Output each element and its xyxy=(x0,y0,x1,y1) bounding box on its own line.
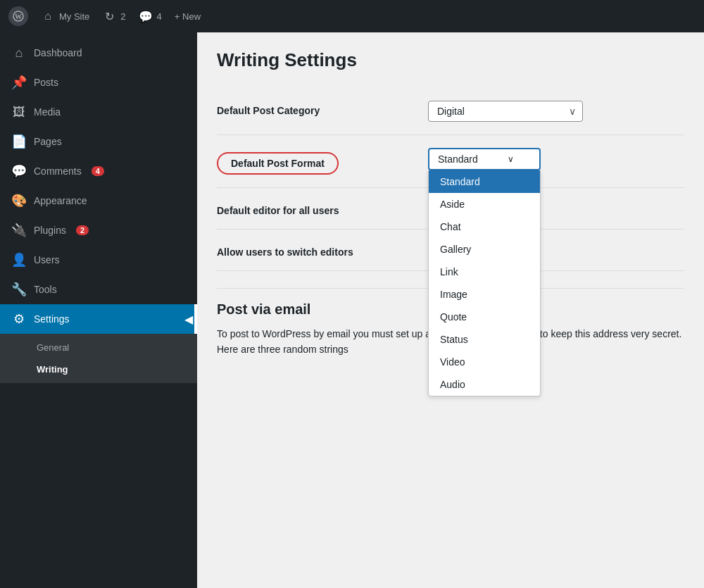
settings-section: Default Post Category Uncategorized Digi… xyxy=(217,88,684,271)
wp-logo[interactable]: W xyxy=(8,6,28,26)
sidebar-label-pages: Pages xyxy=(34,136,62,147)
sidebar-label-dashboard: Dashboard xyxy=(34,47,82,58)
sidebar-item-settings[interactable]: ⚙ Settings ◀ xyxy=(0,304,197,334)
default-post-format-control: Standard ∨ Standard Aside Chat Gallery L… xyxy=(428,148,684,170)
media-icon: 🖼 xyxy=(11,104,27,120)
sidebar-item-plugins[interactable]: 🔌 Plugins 2 xyxy=(0,215,197,245)
sidebar-item-dashboard[interactable]: ⌂ Dashboard xyxy=(0,38,197,68)
comments-link[interactable]: 💬 4 xyxy=(139,9,162,23)
dropdown-option-video[interactable]: Video xyxy=(429,351,540,373)
dropdown-option-status[interactable]: Status xyxy=(429,328,540,351)
category-select-wrapper: Uncategorized Digital News Technology ∨ xyxy=(428,101,583,122)
post-format-dropdown-wrapper: Standard ∨ Standard Aside Chat Gallery L… xyxy=(428,148,541,170)
sidebar-item-tools[interactable]: 🔧 Tools xyxy=(0,275,197,304)
default-post-category-row: Default Post Category Uncategorized Digi… xyxy=(217,88,684,135)
sidebar-item-users[interactable]: 👤 Users xyxy=(0,245,197,275)
post-format-chevron: ∨ xyxy=(508,154,514,164)
comments-icon: 💬 xyxy=(139,9,153,23)
layout: ⌂ Dashboard 📌 Posts 🖼 Media 📄 Pages 💬 Co… xyxy=(0,32,704,588)
comments-count: 4 xyxy=(157,11,162,22)
users-icon: 👤 xyxy=(11,252,27,268)
home-icon: ⌂ xyxy=(41,9,55,23)
updates-link[interactable]: ↻ 2 xyxy=(102,9,125,23)
updates-count: 2 xyxy=(120,11,125,22)
new-content-link[interactable]: + New xyxy=(175,11,201,22)
sidebar-item-comments[interactable]: 💬 Comments 4 xyxy=(0,156,197,186)
post-format-trigger[interactable]: Standard ∨ xyxy=(428,148,541,170)
plugins-badge: 2 xyxy=(76,225,89,235)
pages-icon: 📄 xyxy=(11,134,27,149)
sidebar-label-media: Media xyxy=(34,106,61,118)
category-select[interactable]: Uncategorized Digital News Technology xyxy=(428,101,583,122)
settings-submenu: General Writing xyxy=(0,334,197,383)
submenu-writing[interactable]: Writing xyxy=(0,358,197,380)
dropdown-option-gallery[interactable]: Gallery xyxy=(429,238,540,261)
appearance-icon: 🎨 xyxy=(11,193,27,208)
sidebar: ⌂ Dashboard 📌 Posts 🖼 Media 📄 Pages 💬 Co… xyxy=(0,32,197,588)
sidebar-item-pages[interactable]: 📄 Pages xyxy=(0,127,197,156)
settings-arrow: ◀ xyxy=(184,304,197,334)
dropdown-option-standard[interactable]: Standard xyxy=(429,170,540,193)
page-title: Writing Settings xyxy=(217,49,684,71)
svg-text:W: W xyxy=(15,13,22,20)
allow-switch-label: Allow users to switch editors xyxy=(217,242,414,258)
sidebar-item-appearance[interactable]: 🎨 Appearance xyxy=(0,186,197,215)
dropdown-option-audio[interactable]: Audio xyxy=(429,373,540,396)
sidebar-label-posts: Posts xyxy=(34,77,58,88)
default-editor-label: Default editor for all users xyxy=(217,201,414,216)
post-format-label-text: Default Post Format xyxy=(217,152,339,175)
new-label: + New xyxy=(175,11,201,22)
sidebar-label-settings: Settings xyxy=(34,313,70,325)
sidebar-label-users: Users xyxy=(34,254,60,265)
my-site-label: My Site xyxy=(59,11,89,22)
dropdown-option-chat[interactable]: Chat xyxy=(429,215,540,238)
dropdown-option-image[interactable]: Image xyxy=(429,283,540,306)
sidebar-label-comments: Comments xyxy=(34,165,82,177)
sidebar-item-posts[interactable]: 📌 Posts xyxy=(0,68,197,97)
posts-icon: 📌 xyxy=(11,75,27,90)
submenu-general[interactable]: General xyxy=(0,337,197,358)
tools-icon: 🔧 xyxy=(11,282,27,297)
post-format-dropdown-menu: Standard Aside Chat Gallery Link Image Q… xyxy=(428,170,541,396)
plugins-icon: 🔌 xyxy=(11,223,27,238)
default-post-format-row: Default Post Format Standard ∨ Standard … xyxy=(217,135,684,188)
dropdown-option-link[interactable]: Link xyxy=(429,261,540,283)
sidebar-label-appearance: Appearance xyxy=(34,195,87,206)
post-format-selected-value: Standard xyxy=(438,154,478,165)
updates-icon: ↻ xyxy=(102,9,116,23)
dropdown-option-aside[interactable]: Aside xyxy=(429,193,540,215)
my-site-link[interactable]: ⌂ My Site xyxy=(41,9,89,23)
sidebar-label-tools: Tools xyxy=(34,284,57,295)
admin-bar: W ⌂ My Site ↻ 2 💬 4 + New xyxy=(0,0,704,32)
dropdown-option-quote[interactable]: Quote xyxy=(429,306,540,328)
dashboard-icon: ⌂ xyxy=(11,45,27,61)
sidebar-item-media[interactable]: 🖼 Media xyxy=(0,97,197,127)
default-post-category-label: Default Post Category xyxy=(217,101,414,116)
default-post-category-control: Uncategorized Digital News Technology ∨ xyxy=(428,101,684,122)
main-content: Writing Settings Default Post Category U… xyxy=(197,32,704,588)
comments-nav-icon: 💬 xyxy=(11,163,27,179)
sidebar-label-plugins: Plugins xyxy=(34,225,66,236)
comments-badge: 4 xyxy=(92,166,104,176)
settings-icon: ⚙ xyxy=(11,311,27,327)
default-post-format-label: Default Post Format xyxy=(217,148,414,175)
